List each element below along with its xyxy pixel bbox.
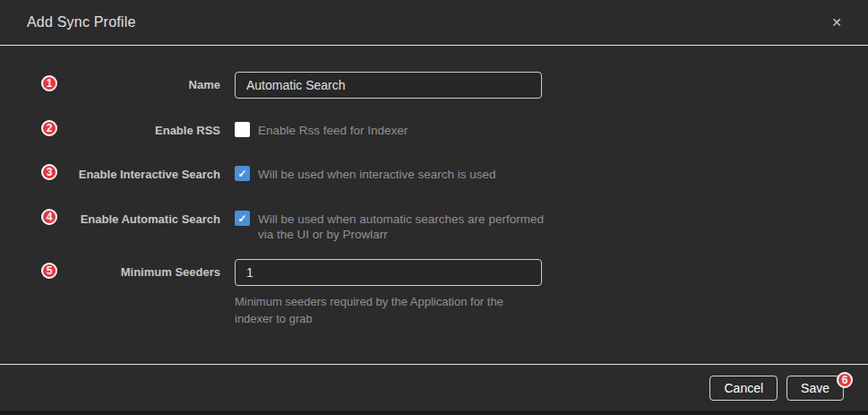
minimum-seeders-label: Minimum Seeders — [57, 259, 220, 286]
enable-automatic-search-checkbox[interactable]: ✓ — [235, 211, 250, 226]
step-badge-5: 5 — [41, 263, 57, 279]
step-badge-3: 3 — [41, 164, 57, 180]
enable-interactive-search-helper: Will be used when interactive search is … — [258, 166, 496, 182]
modal-footer: Cancel Save 6 — [0, 364, 868, 411]
save-button[interactable]: Save — [786, 376, 844, 401]
step-badge-6: 6 — [837, 372, 853, 388]
form-row-enable-automatic-search: 4 Enable Automatic Search ✓ Will be used… — [41, 211, 841, 242]
check-icon: ✓ — [237, 213, 246, 224]
step-badge-2: 2 — [41, 120, 57, 136]
form-row-enable-interactive-search: 3 Enable Interactive Search ✓ Will be us… — [41, 166, 841, 182]
enable-interactive-search-label: Enable Interactive Search — [57, 166, 220, 182]
add-sync-profile-modal: Add Sync Profile ✕ 1 Name 2 Enable RSS ✓… — [0, 0, 868, 415]
enable-rss-helper: Enable Rss feed for Indexer — [258, 122, 408, 138]
modal-bottom-edge — [0, 411, 868, 415]
minimum-seeders-help: Minimum seeders required by the Applicat… — [235, 293, 541, 327]
enable-automatic-search-helper: Will be used when automatic searches are… — [258, 211, 545, 242]
modal-header: Add Sync Profile ✕ — [0, 0, 868, 46]
form-row-minimum-seeders: 5 Minimum Seeders Minimum seeders requir… — [41, 259, 841, 327]
enable-rss-label: Enable RSS — [57, 122, 220, 138]
close-icon[interactable]: ✕ — [827, 12, 847, 33]
form-row-name: 1 Name — [41, 72, 841, 99]
check-icon: ✓ — [237, 169, 246, 179]
enable-rss-checkbox[interactable]: ✓ — [235, 122, 250, 137]
step-badge-1: 1 — [41, 75, 57, 91]
cancel-button[interactable]: Cancel — [709, 376, 778, 401]
name-input[interactable] — [235, 72, 542, 99]
step-badge-4: 4 — [41, 209, 57, 225]
form-row-enable-rss: 2 Enable RSS ✓ Enable Rss feed for Index… — [41, 122, 841, 138]
enable-interactive-search-checkbox[interactable]: ✓ — [235, 166, 250, 181]
minimum-seeders-input[interactable] — [235, 259, 542, 286]
modal-body: 1 Name 2 Enable RSS ✓ Enable Rss feed fo… — [0, 46, 868, 327]
name-label: Name — [57, 72, 220, 99]
page-title: Add Sync Profile — [27, 14, 827, 30]
enable-automatic-search-label: Enable Automatic Search — [57, 211, 220, 227]
